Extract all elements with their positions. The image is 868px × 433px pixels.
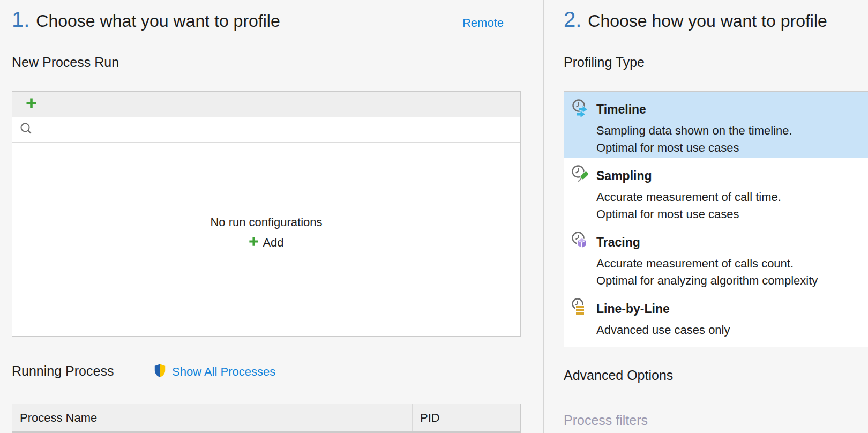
run-config-toolbar — [12, 92, 520, 117]
left-step-header: 1. Choose what you want to profile Remot… — [12, 8, 504, 32]
run-configurations-box: No run configurations Add — [12, 91, 521, 337]
remote-link[interactable]: Remote — [462, 16, 504, 30]
search-icon — [19, 122, 33, 138]
profiling-option-sampling[interactable]: Sampling Accurate measurement of call ti… — [564, 158, 868, 225]
column-header-empty-1[interactable] — [467, 404, 495, 431]
profiling-option-tracing[interactable]: Tracing Accurate measurement of calls co… — [564, 225, 868, 291]
choose-what-panel: 1. Choose what you want to profile Remot… — [0, 0, 543, 433]
add-run-configuration-button[interactable] — [22, 95, 40, 114]
tracing-clock-cube-icon — [570, 231, 590, 256]
advanced-options-heading: Advanced Options — [564, 368, 673, 383]
choose-how-panel: 2. Choose how you want to profile Profil… — [544, 0, 868, 433]
timeline-clock-arrows-icon — [570, 98, 590, 123]
plus-icon — [249, 236, 259, 250]
run-configurations-list: No run configurations Add — [12, 143, 520, 336]
right-step-header: 2. Choose how you want to profile — [564, 8, 827, 32]
option-title: Timeline — [596, 102, 868, 117]
sampling-clock-pipette-icon — [570, 165, 590, 189]
profiling-type-list: Timeline Sampling data shown on the time… — [564, 91, 868, 347]
option-title: Line-by-Line — [596, 302, 868, 316]
option-title: Tracing — [596, 235, 868, 250]
profiling-type-heading: Profiling Type — [564, 55, 645, 70]
profiling-option-line-by-line[interactable]: Line-by-Line Advanced use cases only — [564, 291, 868, 347]
step-number-1: 1. — [12, 8, 29, 32]
add-run-configuration-link[interactable]: Add — [249, 236, 283, 250]
column-header-process-name[interactable]: Process Name — [12, 404, 412, 431]
add-link-label: Add — [263, 236, 283, 250]
uac-shield-icon — [153, 363, 167, 380]
profiler-home-screen: 1. Choose what you want to profile Remot… — [0, 0, 868, 433]
running-process-table: Process Name PID — [12, 404, 521, 433]
option-desc-line1: Accurate measurement of calls count. — [596, 255, 868, 272]
running-process-heading: Running Process — [12, 363, 114, 379]
right-title-text: Choose how you want to profile — [588, 11, 827, 31]
empty-list-message: No run configurations — [210, 215, 322, 229]
option-desc-line2: Optimal for analyzing algorithm complexi… — [596, 272, 868, 289]
option-desc-line2: Optimal for most use cases — [596, 139, 868, 156]
step-number-2: 2. — [564, 8, 581, 32]
line-by-line-clock-lines-icon — [570, 297, 590, 322]
left-title-text: Choose what you want to profile — [36, 11, 280, 31]
profiling-option-timeline[interactable]: Timeline Sampling data shown on the time… — [564, 92, 868, 158]
option-desc-line1: Accurate measurement of call time. — [596, 189, 868, 206]
plus-icon — [26, 98, 37, 111]
left-title: 1. Choose what you want to profile — [12, 8, 280, 32]
show-all-processes-label: Show All Processes — [172, 365, 275, 379]
option-desc-line1: Advanced use cases only — [596, 322, 868, 339]
column-header-empty-2[interactable] — [495, 404, 520, 431]
column-header-pid[interactable]: PID — [412, 404, 467, 431]
option-title: Sampling — [596, 169, 868, 183]
search-input[interactable] — [12, 117, 520, 143]
new-process-run-heading: New Process Run — [12, 55, 119, 70]
show-all-processes-link[interactable]: Show All Processes — [153, 363, 275, 380]
process-filters-link[interactable]: Process filters — [564, 413, 648, 428]
option-desc-line1: Sampling data shown on the timeline. — [596, 122, 868, 139]
process-table-header: Process Name PID — [12, 404, 520, 432]
option-desc-line2: Optimal for most use cases — [596, 206, 868, 223]
